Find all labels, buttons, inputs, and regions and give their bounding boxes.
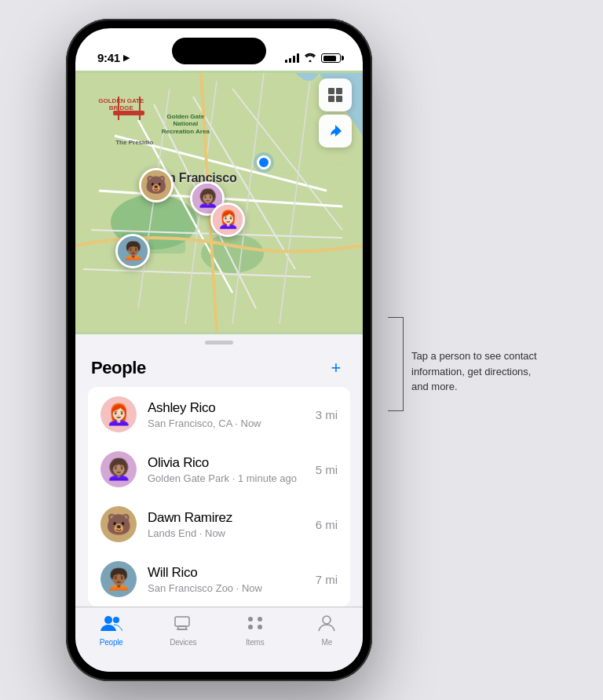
me-tab-icon (316, 614, 338, 636)
svg-rect-7 (328, 88, 334, 94)
tab-me[interactable]: Me (291, 614, 364, 647)
svg-rect-13 (175, 617, 189, 626)
gg-park-label: Golden GateNationalRecreation Area (162, 113, 210, 136)
person-info-olivia-rico: Olivia Rico Golden Gate Park · 1 minute … (148, 455, 316, 484)
status-time: 9:41 (97, 51, 120, 64)
svg-point-17 (258, 617, 262, 622)
person-distance-dawn-ramirez: 6 mi (316, 518, 338, 531)
person-row-olivia-rico[interactable]: 👩🏽‍🦱 Olivia Rico Golden Gate Park · 1 mi… (88, 442, 350, 497)
tab-devices-label: Devices (170, 638, 196, 647)
phone-frame: 9:41 ▶ (66, 19, 372, 681)
person-name-olivia-rico: Olivia Rico (148, 455, 316, 471)
tab-people[interactable]: People (75, 614, 148, 647)
annotation-line: Tap a person to see contact information,… (388, 317, 537, 411)
tab-devices[interactable]: Devices (148, 614, 220, 647)
add-person-button[interactable]: + (325, 357, 347, 379)
person-distance-will-rico: 7 mi (316, 573, 338, 586)
map-background: San Francisco GOLDEN GATEBRIDGE Golden G… (75, 71, 363, 334)
location-button[interactable] (319, 115, 352, 148)
person-location-olivia-rico: Golden Gate Park · 1 minute ago (148, 472, 316, 484)
location-arrow-icon: ▶ (123, 53, 130, 63)
map-pin-ashley[interactable]: 👩🏻‍🦰 (210, 202, 245, 237)
people-section: People + 👩🏻‍🦰 Ashley Rico San Francisco,… (75, 334, 363, 607)
person-info-ashley-rico: Ashley Rico San Francisco, CA · Now (148, 400, 316, 429)
svg-point-20 (323, 616, 331, 624)
person-distance-olivia-rico: 5 mi (316, 463, 338, 476)
svg-point-19 (258, 625, 262, 629)
drag-handle-container (75, 334, 363, 345)
person-row-ashley-rico[interactable]: 👩🏻‍🦰 Ashley Rico San Francisco, CA · Now… (88, 387, 350, 442)
map-area[interactable]: San Francisco GOLDEN GATEBRIDGE Golden G… (75, 71, 363, 334)
annotation-text: Tap a person to see contact information,… (411, 317, 537, 395)
svg-point-12 (113, 617, 119, 623)
avatar-will-rico: 🧑🏾‍🦱 (100, 561, 137, 597)
signal-bar-4 (297, 53, 299, 63)
people-title: People (91, 358, 146, 378)
person-name-ashley-rico: Ashley Rico (148, 400, 316, 416)
person-info-dawn-ramirez: Dawn Ramirez Lands End · Now (148, 510, 316, 539)
annotation-sidebar: Tap a person to see contact information,… (388, 19, 537, 411)
dynamic-island (172, 38, 266, 64)
golden-gate-label: GOLDEN GATEBRIDGE (98, 97, 144, 112)
annotation-bracket (388, 317, 404, 411)
page-container: 9:41 ▶ (66, 19, 537, 681)
people-list: 👩🏻‍🦰 Ashley Rico San Francisco, CA · Now… (88, 387, 350, 607)
avatar-olivia-rico: 👩🏽‍🦱 (100, 451, 137, 487)
person-location-dawn-ramirez: Lands End · Now (148, 527, 316, 539)
phone-screen: 9:41 ▶ (75, 28, 363, 672)
user-location-dot (257, 155, 271, 170)
tab-people-label: People (100, 638, 123, 647)
tab-items-label: Items (246, 638, 264, 647)
person-name-will-rico: Will Rico (148, 565, 316, 581)
battery-icon (321, 53, 341, 63)
person-name-dawn-ramirez: Dawn Ramirez (148, 510, 316, 526)
person-row-dawn-ramirez[interactable]: 🐻 Dawn Ramirez Lands End · Now 6 mi (88, 497, 350, 552)
items-tab-icon (244, 614, 266, 636)
tab-bar: People Devices (75, 607, 363, 672)
signal-bars (285, 53, 299, 63)
tab-me-label: Me (322, 638, 333, 647)
devices-tab-icon (172, 614, 194, 636)
svg-rect-10 (336, 96, 342, 102)
svg-rect-9 (328, 96, 334, 102)
svg-point-16 (248, 617, 253, 622)
svg-point-18 (248, 625, 253, 629)
wifi-icon (304, 52, 316, 64)
person-distance-ashley-rico: 3 mi (316, 408, 338, 421)
map-controls (319, 78, 352, 148)
svg-rect-8 (336, 88, 342, 94)
signal-bar-3 (293, 56, 295, 63)
svg-point-11 (104, 616, 112, 624)
person-location-will-rico: San Francisco Zoo · Now (148, 582, 316, 594)
signal-bar-1 (285, 60, 287, 63)
presidio-label: The Presidio (115, 139, 153, 147)
tab-items[interactable]: Items (219, 614, 291, 647)
avatar-dawn-ramirez: 🐻 (100, 506, 137, 542)
map-type-button[interactable] (319, 78, 352, 111)
person-info-will-rico: Will Rico San Francisco Zoo · Now (148, 565, 316, 594)
people-header: People + (75, 345, 363, 387)
signal-bar-2 (289, 58, 291, 63)
avatar-ashley-rico: 👩🏻‍🦰 (100, 396, 137, 432)
people-tab-icon (100, 614, 122, 636)
map-pin-dawn[interactable]: 🐻 (139, 168, 174, 202)
status-icons (285, 52, 341, 64)
person-row-will-rico[interactable]: 🧑🏾‍🦱 Will Rico San Francisco Zoo · Now 7… (88, 552, 350, 607)
person-location-ashley-rico: San Francisco, CA · Now (148, 417, 316, 429)
